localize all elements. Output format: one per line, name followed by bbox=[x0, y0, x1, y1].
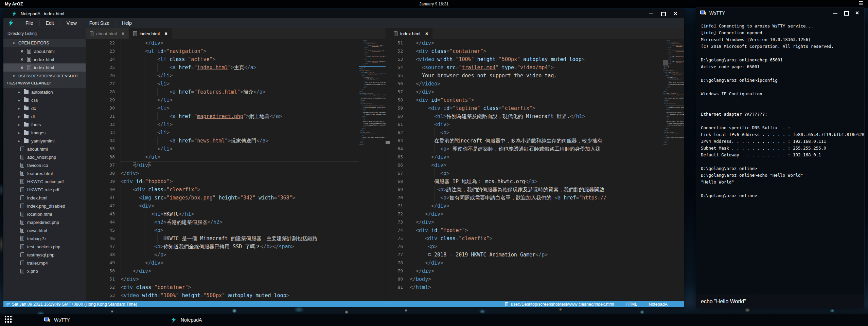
close-button[interactable]: ✕ bbox=[855, 11, 860, 15]
code-line-56: </video> bbox=[410, 80, 684, 88]
open-editor-about.html[interactable]: ✖about.html bbox=[3, 47, 86, 55]
code-line-23: <ul id="navigation"> bbox=[121, 47, 386, 55]
taskbar-item-wstty[interactable]: WsTTY bbox=[41, 314, 73, 326]
split-drag-handle-icon[interactable] bbox=[385, 141, 390, 144]
tree-file-x.php[interactable]: x.php bbox=[3, 267, 86, 275]
code-line-28: <a href="features.html">簡介</a> bbox=[121, 88, 386, 96]
file-icon bbox=[20, 155, 24, 159]
line-number: 51 bbox=[86, 275, 115, 283]
tree-folder-autostation[interactable]: ▸autostation bbox=[3, 88, 86, 96]
close-editor-icon[interactable]: ✖ bbox=[20, 58, 24, 61]
tree-file-teabag.7z[interactable]: teabag.7z bbox=[3, 234, 86, 243]
statusbar-datetime: Sat Jan 09 2021 16:29:49 GMT+0800 (Hong … bbox=[12, 302, 137, 307]
menu-item-help[interactable]: Help bbox=[116, 20, 138, 26]
notepada-logo-icon bbox=[171, 317, 177, 323]
notepada-window: NotepadA - index.html ✕ FileEditViewFont… bbox=[3, 9, 684, 307]
code-line-46: HKWTC 是一個 Minecraft 的建築伺服器，主要建築計劃包括鐵路 bbox=[121, 234, 386, 243]
notepada-titlebar[interactable]: NotepadA - index.html ✕ bbox=[3, 9, 684, 18]
tree-file-features.html[interactable]: features.html bbox=[3, 169, 86, 177]
close-editor-icon[interactable]: ✖ bbox=[20, 66, 24, 70]
open-editor-index.html[interactable]: ✖index.html bbox=[3, 63, 86, 72]
tree-folder-css[interactable]: ▸css bbox=[3, 96, 86, 104]
terminal-input[interactable]: echo "Hello World" bbox=[696, 295, 864, 308]
tree-file-add_vhost.php[interactable]: add_vhost.php bbox=[3, 153, 86, 161]
tab-close-icon[interactable]: ✖ bbox=[425, 32, 428, 36]
minimap-right[interactable]: </div><ul id="navigation"><li class="act… bbox=[663, 39, 684, 301]
editor-group-right: index.html✖ 5152535455565758596061626364… bbox=[390, 28, 684, 301]
folder-icon bbox=[24, 131, 29, 135]
app-launcher-grid-icon[interactable] bbox=[5, 316, 13, 324]
file-name: about.html bbox=[34, 49, 55, 54]
tree-file-favicon.ico[interactable]: favicon.ico bbox=[3, 161, 86, 169]
tree-file-news.html[interactable]: news.html bbox=[3, 226, 86, 234]
code-editor-left[interactable]: </div><ul id="navigation"><li class="act… bbox=[120, 39, 386, 301]
terminal-line: (c) 2019 Microsoft Corporation. All righ… bbox=[701, 43, 864, 50]
menu-item-edit[interactable]: Edit bbox=[40, 20, 60, 26]
editor-split-divider[interactable] bbox=[386, 28, 390, 301]
tree-folder-images[interactable]: ▸images bbox=[3, 129, 86, 137]
taskbar-item-notepada[interactable]: NotepadA bbox=[167, 314, 205, 326]
tree-folder-dl[interactable]: ▸dl bbox=[3, 112, 86, 120]
menu-item-font-size[interactable]: Font Size bbox=[83, 20, 116, 26]
open-editor-index.html[interactable]: ✖index.html bbox=[3, 55, 86, 63]
tree-folder-fonts[interactable]: ▸fonts bbox=[3, 120, 86, 129]
statusbar-language[interactable]: HTML bbox=[625, 302, 637, 307]
code-line-64: <p> 即使你不是建築師，你也能透過紅石師或鐵路工程師的身份加入我 bbox=[410, 145, 684, 153]
tree-file-HKWTC notice.pdf[interactable]: HKWTC notice.pdf bbox=[3, 177, 86, 186]
statusbar-filepath[interactable]: user:/Desktop/screenshot/test/www cleane… bbox=[511, 302, 614, 307]
line-number: 53 bbox=[390, 55, 403, 63]
code-line-51: </div> bbox=[121, 275, 386, 283]
code-line-42: <div> bbox=[121, 202, 386, 210]
tree-file-HKWTC rule.pdf[interactable]: HKWTC rule.pdf bbox=[3, 186, 86, 194]
tree-file-index.html[interactable]: index.html bbox=[3, 194, 86, 202]
terminal-output[interactable]: [info] Conencting to arozos WsTTY servic… bbox=[696, 18, 864, 295]
workspace-section[interactable]: ▾ USER:/DESKTOP/SCREENSHOT /TEST/WWW CLE… bbox=[3, 72, 86, 88]
tree-file-test_sockets.php[interactable]: test_sockets.php bbox=[3, 243, 86, 251]
hamburger-menu-icon[interactable]: ☰ bbox=[859, 0, 863, 6]
tab-close-icon[interactable]: ✖ bbox=[122, 32, 125, 36]
tree-file-trailer.mp4[interactable]: trailer.mp4 bbox=[3, 259, 86, 267]
minimize-button[interactable] bbox=[833, 11, 838, 15]
editor-tab-index.html[interactable]: index.html✖ bbox=[390, 28, 432, 39]
sidebar-header: Directory Listing bbox=[3, 28, 86, 39]
line-number: 62 bbox=[390, 129, 403, 137]
code-line-58: <div id="contents"> bbox=[410, 96, 684, 104]
tree-folder-yamiyamimi[interactable]: ▸yamiyamimi bbox=[3, 137, 86, 145]
tab-close-icon[interactable]: ✖ bbox=[164, 32, 167, 36]
wstty-titlebar[interactable]: WsTTY ✕ bbox=[696, 8, 864, 18]
close-editor-icon[interactable]: ✖ bbox=[20, 50, 24, 53]
menu-item-file[interactable]: File bbox=[19, 20, 40, 26]
line-number: 68 bbox=[390, 177, 403, 186]
code-editor-right[interactable]: </div><div class="container"><video widt… bbox=[406, 39, 684, 301]
tree-file-about.html[interactable]: about.html bbox=[3, 145, 86, 153]
editor-tab-index.html[interactable]: index.html✖ bbox=[129, 28, 172, 39]
tree-folder-dc[interactable]: ▸dc bbox=[3, 104, 86, 112]
close-button[interactable]: ✕ bbox=[673, 11, 678, 16]
file-name: HKWTC notice.pdf bbox=[27, 179, 64, 184]
maximize-button[interactable] bbox=[661, 11, 666, 16]
minimap-slider[interactable] bbox=[663, 60, 668, 65]
file-icon bbox=[27, 57, 31, 62]
chevron-right-icon: ▸ bbox=[18, 131, 22, 135]
tree-file-mapredirect.php[interactable]: mapredirect.php bbox=[3, 218, 86, 226]
minimap-left[interactable]: </div><ul id="navigation"><li class="act… bbox=[359, 39, 386, 301]
code-line-57: </div> bbox=[410, 88, 684, 96]
chevron-down-icon: ▾ bbox=[13, 73, 18, 80]
minimize-button[interactable] bbox=[649, 11, 653, 16]
tree-file-testmysql.php[interactable]: testmysql.php bbox=[3, 251, 86, 259]
code-line-60: <h1>特別為建築及鐵路而設，現代化的 Minecraft 世界.</h1> bbox=[410, 112, 684, 120]
open-editors-section[interactable]: ▾ OPEN EDITORS bbox=[3, 39, 86, 47]
line-number: 27 bbox=[86, 80, 115, 88]
code-line-54: <source src="trailer.mp4" type="video/mp… bbox=[410, 63, 684, 72]
editor-tab-about.html[interactable]: about.html✖ bbox=[86, 28, 129, 39]
line-number: 76 bbox=[390, 243, 403, 251]
tree-file-location.html[interactable]: location.html bbox=[3, 210, 86, 218]
tree-file-index.php_disabled[interactable]: index.php_disabled bbox=[3, 202, 86, 210]
line-number: 61 bbox=[390, 120, 403, 129]
file-name: news.html bbox=[27, 228, 47, 233]
terminal-line bbox=[701, 50, 864, 57]
maximize-button[interactable] bbox=[844, 11, 849, 15]
menu-item-view[interactable]: View bbox=[60, 20, 83, 26]
line-number: 66 bbox=[390, 161, 403, 169]
code-line-49: </div> bbox=[121, 259, 386, 267]
